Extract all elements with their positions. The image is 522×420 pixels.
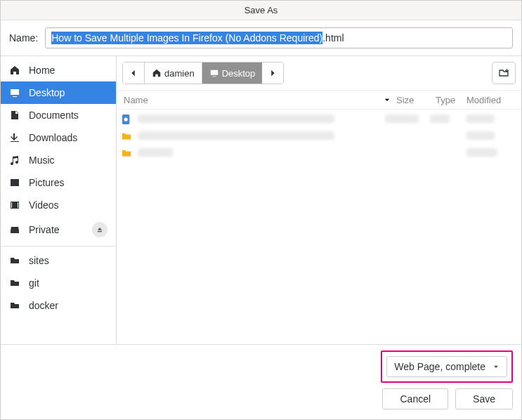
file-row[interactable]: .... [121,111,517,128]
filename-extension: .html [322,32,344,44]
path-segment-desktop[interactable]: Desktop [202,63,263,84]
path-forward-button[interactable] [262,63,283,84]
path-segment-home[interactable]: damien [145,63,202,84]
sidebar-item-label: Desktop [29,87,65,98]
sidebar-item-docker[interactable]: docker [1,294,116,317]
filename-selected-text: How to Save Multiple Images In Firefox (… [51,32,322,44]
filename-label: Name: [9,32,38,44]
file-list: ........ [117,110,521,344]
eject-button[interactable] [92,222,107,237]
column-header-type[interactable]: Type [436,95,466,105]
sidebar-item-git[interactable]: git [1,272,116,294]
sidebar-item-label: Downloads [29,132,77,143]
file-modified: . [466,148,517,159]
folder-icon [121,131,132,142]
file-row[interactable]: .. [121,128,517,145]
sidebar-item-label: Videos [29,199,59,211]
sidebar-item-downloads[interactable]: Downloads [1,126,116,149]
folder-icon [9,277,20,289]
filename-input[interactable]: How to Save Multiple Images In Firefox (… [45,27,513,48]
sidebar-item-label: Music [29,155,55,166]
sidebar-places-section: HomeDesktopDocumentsDownloadsMusicPictur… [1,56,116,246]
format-highlight: Web Page, complete [381,350,513,383]
file-modified: . [466,131,517,142]
sidebar-item-sites[interactable]: sites [1,249,116,272]
file-row[interactable]: .. [121,145,517,162]
home-icon [152,68,162,78]
column-header-size[interactable]: Size [396,95,436,105]
column-header-modified[interactable]: Modified [466,95,517,105]
sidebar-item-label: sites [29,255,49,266]
file-name: . [138,148,379,159]
sidebar-item-label: git [29,277,39,289]
file-name: . [138,131,379,142]
sidebar-item-label: Home [29,65,55,76]
pathbar-row: damienDesktop [117,56,521,90]
save-as-dialog: Save As Name: How to Save Multiple Image… [0,0,522,420]
folder-icon [9,300,20,311]
sidebar-item-label: Documents [29,110,79,121]
sidebar-bookmarks-section: sitesgitdocker [1,246,116,320]
file-modified: . [466,114,517,125]
sidebar-item-documents[interactable]: Documents [1,104,116,126]
pictures-icon [9,177,20,188]
documents-icon [9,110,20,121]
document-icon [121,114,132,125]
home-icon [9,65,20,76]
videos-icon [9,199,20,211]
music-icon [9,155,20,166]
path-back-button[interactable] [123,63,145,84]
file-type: . [430,114,461,125]
sidebar-item-pictures[interactable]: Pictures [1,171,116,194]
format-row: Web Page, complete [9,350,513,383]
downloads-icon [9,132,20,143]
places-sidebar: HomeDesktopDocumentsDownloadsMusicPictur… [1,56,117,344]
action-row: Cancel Save [9,388,513,409]
cancel-button[interactable]: Cancel [382,388,448,409]
file-name: . [138,114,379,125]
new-folder-button[interactable] [492,62,516,84]
save-button[interactable]: Save [455,388,513,409]
path-segment-label: Desktop [222,68,256,79]
path-segment-label: damien [164,68,195,79]
sidebar-item-label: Pictures [29,177,65,188]
new-folder-icon [498,67,509,79]
eject-icon [96,226,103,233]
column-header-name[interactable]: Name [121,95,396,105]
body: HomeDesktopDocumentsDownloadsMusicPictur… [1,55,521,345]
file-browser: damienDesktop Name Size Type Modified [117,56,521,344]
chevron-left-icon [129,68,138,78]
folder-icon [9,255,20,266]
bottom-bar: Web Page, complete Cancel Save [1,345,521,419]
sidebar-item-private[interactable]: Private [1,216,116,243]
dialog-title: Save As [244,5,278,15]
sidebar-item-music[interactable]: Music [1,149,116,171]
filename-row: Name: How to Save Multiple Images In Fir… [1,20,521,55]
titlebar: Save As [1,1,521,20]
caret-down-icon [492,363,500,370]
desktop-icon [209,68,219,78]
file-format-select[interactable]: Web Page, complete [386,356,507,377]
pathbar: damienDesktop [122,62,284,84]
drive-icon [9,224,20,235]
chevron-right-icon [268,68,278,78]
sidebar-item-label: Private [29,224,60,235]
file-format-label: Web Page, complete [394,361,485,372]
desktop-icon [9,87,20,98]
sidebar-item-label: docker [29,300,58,311]
sort-indicator-icon [384,95,391,105]
folder-icon [121,147,132,159]
file-list-header: Name Size Type Modified [117,90,521,110]
sidebar-item-home[interactable]: Home [1,59,116,81]
sidebar-item-videos[interactable]: Videos [1,194,116,216]
sidebar-item-desktop[interactable]: Desktop [1,81,116,104]
file-size: . [385,114,424,125]
